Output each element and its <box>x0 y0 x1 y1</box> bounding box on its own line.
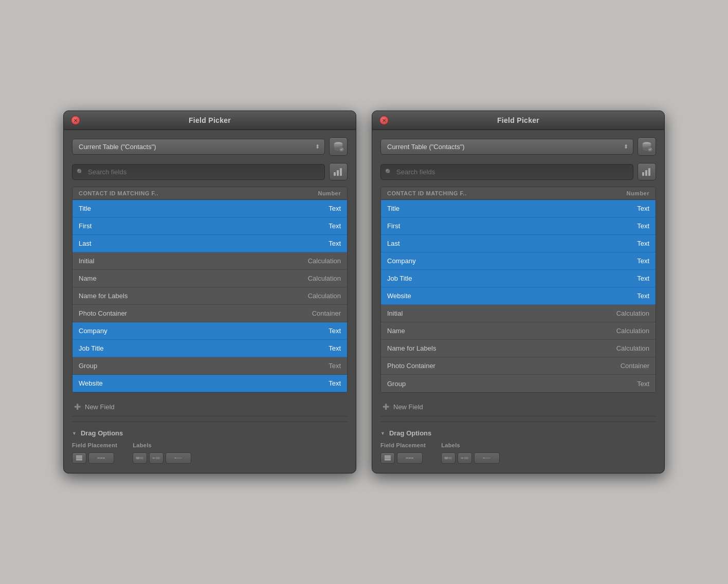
drag-options-header[interactable]: ▼Drag Options <box>380 429 656 437</box>
field-name-label: Group <box>387 380 406 388</box>
chart-button[interactable] <box>329 163 348 180</box>
field-row[interactable]: NameCalculation <box>72 270 347 287</box>
chart-button[interactable] <box>638 163 656 180</box>
field-type-label: Calculation <box>308 292 341 300</box>
field-placement-stacked-button[interactable] <box>72 452 86 464</box>
close-button[interactable]: ✕ <box>379 116 389 125</box>
field-row[interactable]: InitialCalculation <box>381 305 656 322</box>
field-row[interactable]: Photo ContainerContainer <box>381 357 656 375</box>
picker-window: ✕Field PickerCurrent Table ("Contacts") … <box>63 111 356 473</box>
table-select[interactable]: Current Table ("Contacts") <box>72 139 325 155</box>
search-input[interactable] <box>72 164 325 180</box>
svg-rect-10 <box>103 458 105 459</box>
header-field-type: Number <box>626 190 649 196</box>
svg-rect-2 <box>334 172 336 176</box>
field-list-header: CONTACT ID MATCHING F..Number <box>72 187 347 200</box>
header-field-name: CONTACT ID MATCHING F.. <box>79 190 158 196</box>
field-type-label: Calculation <box>308 257 341 265</box>
field-row[interactable]: Photo ContainerContainer <box>72 305 347 322</box>
svg-rect-3 <box>337 170 339 176</box>
label-left-button[interactable] <box>133 452 147 464</box>
field-type-label: Container <box>621 362 649 370</box>
label-center-button[interactable] <box>149 452 163 464</box>
new-field-button[interactable]: ✚New Field <box>72 398 348 416</box>
field-row[interactable]: LastText <box>72 235 347 252</box>
svg-rect-8 <box>97 458 99 459</box>
field-type-label: Text <box>637 380 649 388</box>
drag-options-label: Drag Options <box>389 429 431 437</box>
svg-rect-33 <box>485 458 490 459</box>
plus-icon: ✚ <box>383 402 389 412</box>
field-placement-wide-button[interactable] <box>88 452 114 464</box>
field-row[interactable]: FirstText <box>72 217 347 235</box>
field-placement-wide-button[interactable] <box>397 452 423 464</box>
header-field-name: CONTACT ID MATCHING F.. <box>387 190 467 196</box>
field-name-label: Initial <box>387 309 403 317</box>
field-row[interactable]: TitleText <box>381 200 656 217</box>
field-name-label: Photo Container <box>79 309 127 317</box>
drag-options-header[interactable]: ▼Drag Options <box>72 429 348 437</box>
table-select[interactable]: Current Table ("Contacts") <box>380 139 633 155</box>
field-row[interactable]: Job TitleText <box>381 270 656 287</box>
picker-window: ✕Field PickerCurrent Table ("Contacts") … <box>372 111 665 473</box>
field-type-label: Text <box>329 344 341 352</box>
new-field-button[interactable]: ✚New Field <box>380 398 656 416</box>
field-placement-label: Field Placement <box>380 442 426 448</box>
window-title: Field Picker <box>189 116 231 124</box>
header-field-type: Number <box>318 190 341 196</box>
search-input[interactable] <box>380 164 633 180</box>
field-name-label: Company <box>79 327 107 335</box>
database-icon[interactable] <box>638 137 656 156</box>
field-name-label: Job Title <box>79 344 103 352</box>
field-placement-stacked-button[interactable] <box>380 452 395 464</box>
close-button[interactable]: ✕ <box>71 116 80 125</box>
field-name-label: Website <box>79 379 103 387</box>
field-type-label: Text <box>329 379 341 387</box>
field-row[interactable]: CompanyText <box>72 322 347 340</box>
svg-rect-15 <box>175 458 177 459</box>
field-row[interactable]: CompanyText <box>381 252 656 270</box>
svg-rect-32 <box>483 458 485 459</box>
field-type-label: Text <box>637 240 649 247</box>
svg-rect-14 <box>156 457 160 460</box>
field-type-label: Text <box>637 205 649 212</box>
field-row[interactable]: GroupText <box>72 357 347 375</box>
field-row[interactable]: TitleText <box>72 200 347 217</box>
field-row[interactable]: InitialCalculation <box>72 252 347 270</box>
label-left-button[interactable] <box>441 452 456 464</box>
svg-rect-20 <box>645 170 647 176</box>
field-name-label: Last <box>387 240 400 247</box>
svg-rect-4 <box>340 168 342 176</box>
svg-rect-28 <box>445 457 448 460</box>
labels-label: Labels <box>133 442 191 448</box>
field-placement-label: Field Placement <box>72 442 117 448</box>
field-name-label: Name <box>387 327 405 335</box>
field-name-label: First <box>387 222 400 230</box>
field-row[interactable]: NameCalculation <box>381 322 656 340</box>
field-row[interactable]: Name for LabelsCalculation <box>381 340 656 357</box>
label-inline-button[interactable] <box>166 452 191 464</box>
database-icon[interactable] <box>329 137 348 156</box>
field-row[interactable]: LastText <box>381 235 656 252</box>
field-type-label: Text <box>329 362 341 370</box>
field-name-label: Initial <box>79 257 94 265</box>
field-row[interactable]: Name for LabelsCalculation <box>72 287 347 305</box>
svg-rect-11 <box>136 457 140 460</box>
field-row[interactable]: FirstText <box>381 217 656 235</box>
svg-rect-27 <box>411 458 413 459</box>
label-center-button[interactable] <box>458 452 472 464</box>
field-type-label: Text <box>637 257 649 265</box>
label-inline-button[interactable] <box>474 452 500 464</box>
field-row[interactable]: WebsiteText <box>72 375 347 392</box>
new-field-label: New Field <box>393 403 423 411</box>
svg-rect-13 <box>153 458 155 459</box>
field-row[interactable]: Job TitleText <box>72 340 347 357</box>
field-row[interactable]: WebsiteText <box>381 287 656 305</box>
field-name-label: Name <box>79 275 97 282</box>
svg-rect-22 <box>385 455 391 457</box>
new-field-label: New Field <box>85 403 115 411</box>
title-bar: ✕Field Picker <box>64 111 356 130</box>
field-row[interactable]: GroupText <box>381 375 656 392</box>
svg-rect-24 <box>385 459 391 461</box>
field-type-label: Text <box>329 222 341 230</box>
